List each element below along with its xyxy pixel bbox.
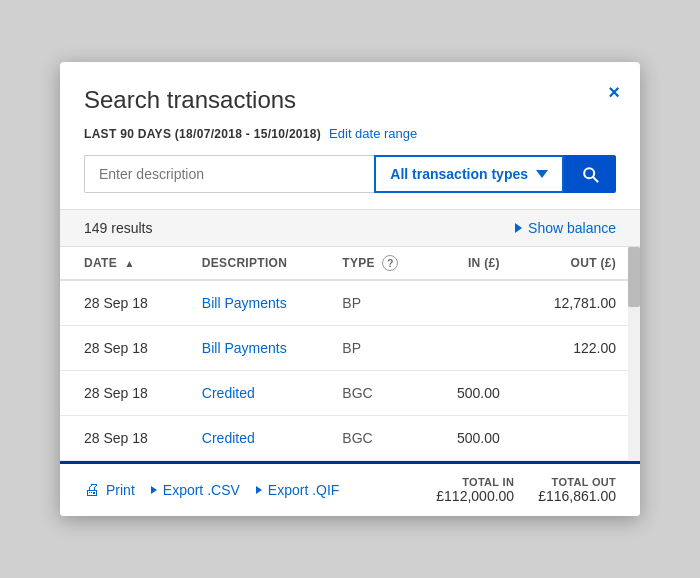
cell-type: BGC: [318, 416, 428, 461]
total-in-value: £112,000.00: [436, 488, 514, 504]
table-row: 28 Sep 18 Bill Payments BP 12,781.00: [60, 280, 640, 326]
print-button[interactable]: 🖨 Print: [84, 481, 135, 499]
export-qif-button[interactable]: Export .QIF: [256, 482, 340, 498]
cell-in: [428, 326, 524, 371]
cell-in: 500.00: [428, 371, 524, 416]
total-out-value: £116,861.00: [538, 488, 616, 504]
edit-date-link[interactable]: Edit date range: [329, 126, 417, 141]
total-in-label: TOTAL IN: [462, 476, 514, 488]
cell-type: BGC: [318, 371, 428, 416]
show-balance-button[interactable]: Show balance: [515, 220, 616, 236]
cell-out: 122.00: [524, 326, 640, 371]
cell-date: 28 Sep 18: [60, 416, 178, 461]
results-bar: 149 results Show balance: [60, 209, 640, 247]
table-header-row: DATE ▲ DESCRIPTION TYPE ? IN (£) OUT (£): [60, 247, 640, 280]
close-button[interactable]: ×: [608, 82, 620, 102]
col-in: IN (£): [428, 247, 524, 280]
dropdown-arrow-icon: [536, 170, 548, 178]
cell-description[interactable]: Credited: [178, 371, 318, 416]
cell-type: BP: [318, 280, 428, 326]
cell-out: [524, 371, 640, 416]
transactions-table-wrapper: DATE ▲ DESCRIPTION TYPE ? IN (£) OUT (£)…: [60, 247, 640, 461]
transaction-type-dropdown[interactable]: All transaction types: [374, 155, 564, 193]
modal-footer: 🖨 Print Export .CSV Export .QIF TOTAL IN…: [60, 461, 640, 516]
cell-in: 500.00: [428, 416, 524, 461]
search-row: All transaction types: [84, 155, 616, 193]
modal-title: Search transactions: [84, 86, 616, 114]
col-type: TYPE ?: [318, 247, 428, 280]
cell-in: [428, 280, 524, 326]
cell-date: 28 Sep 18: [60, 326, 178, 371]
scrollbar-thumb[interactable]: [628, 247, 640, 307]
cell-description[interactable]: Credited: [178, 416, 318, 461]
total-out: TOTAL OUT £116,861.00: [538, 476, 616, 504]
col-out: OUT (£): [524, 247, 640, 280]
export-csv-button[interactable]: Export .CSV: [151, 482, 240, 498]
sort-arrow-icon: ▲: [125, 258, 135, 269]
search-transactions-modal: Search transactions × LAST 90 DAYS (18/0…: [60, 62, 640, 516]
type-help-icon[interactable]: ?: [382, 255, 398, 271]
footer-totals: TOTAL IN £112,000.00 TOTAL OUT £116,861.…: [436, 476, 616, 504]
cell-type: BP: [318, 326, 428, 371]
total-out-label: TOTAL OUT: [552, 476, 616, 488]
date-range-row: LAST 90 DAYS (18/07/2018 - 15/10/2018) E…: [84, 126, 616, 141]
cell-description[interactable]: Bill Payments: [178, 326, 318, 371]
modal-header: Search transactions × LAST 90 DAYS (18/0…: [60, 62, 640, 209]
search-input[interactable]: [84, 155, 374, 193]
cell-date: 28 Sep 18: [60, 371, 178, 416]
export-qif-label: Export .QIF: [268, 482, 340, 498]
print-icon: 🖨: [84, 481, 100, 499]
date-range-label: LAST 90 DAYS (18/07/2018 - 15/10/2018): [84, 127, 321, 141]
search-icon: [580, 164, 600, 184]
footer-actions: 🖨 Print Export .CSV Export .QIF: [84, 481, 339, 499]
transaction-type-label: All transaction types: [390, 166, 528, 182]
show-balance-label: Show balance: [528, 220, 616, 236]
cell-out: [524, 416, 640, 461]
transactions-table: DATE ▲ DESCRIPTION TYPE ? IN (£) OUT (£)…: [60, 247, 640, 461]
scrollbar-track: [628, 247, 640, 461]
table-row: 28 Sep 18 Credited BGC 500.00: [60, 371, 640, 416]
col-description: DESCRIPTION: [178, 247, 318, 280]
cell-date: 28 Sep 18: [60, 280, 178, 326]
export-qif-arrow-icon: [256, 486, 262, 494]
show-balance-arrow-icon: [515, 223, 522, 233]
table-row: 28 Sep 18 Bill Payments BP 122.00: [60, 326, 640, 371]
col-date: DATE ▲: [60, 247, 178, 280]
export-csv-label: Export .CSV: [163, 482, 240, 498]
search-button[interactable]: [564, 155, 616, 193]
cell-description[interactable]: Bill Payments: [178, 280, 318, 326]
results-count: 149 results: [84, 220, 152, 236]
total-in: TOTAL IN £112,000.00: [436, 476, 514, 504]
print-label: Print: [106, 482, 135, 498]
cell-out: 12,781.00: [524, 280, 640, 326]
table-row: 28 Sep 18 Credited BGC 500.00: [60, 416, 640, 461]
export-csv-arrow-icon: [151, 486, 157, 494]
